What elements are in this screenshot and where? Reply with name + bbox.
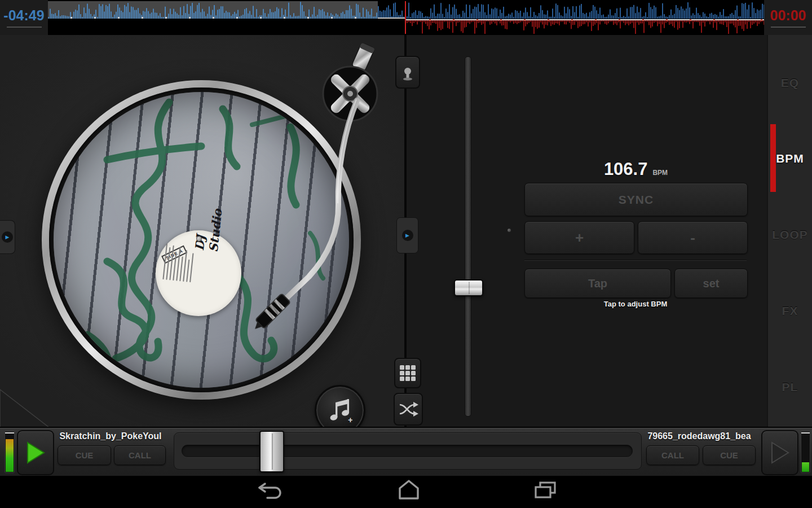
corner-fold-shape xyxy=(0,388,50,428)
back-icon xyxy=(258,482,283,500)
deck-a-time-display[interactable]: -04:49 xyxy=(0,0,48,35)
deck-b-waveform[interactable] xyxy=(48,19,764,34)
deck-a-vu-meter xyxy=(5,431,15,473)
deck-a-time-value: -04:49 xyxy=(3,7,44,24)
bpm-panel: 106.7 BPM SYNC + - Tap set Tap to adjust… xyxy=(407,35,767,428)
deck-a-play-button[interactable] xyxy=(17,430,54,475)
tonearm xyxy=(0,35,405,428)
tonearm-headshell xyxy=(250,294,290,334)
sidebar-item-eq[interactable]: EQ xyxy=(768,75,812,91)
deck-b-call-button[interactable]: CALL xyxy=(646,445,699,465)
tap-button[interactable]: Tap xyxy=(524,269,671,298)
turntable-deck: SIDE A DJ Studio xyxy=(0,35,405,428)
deck-a-cue-button[interactable]: CUE xyxy=(58,445,111,465)
pin-icon xyxy=(401,64,414,81)
sidebar-item-fx[interactable]: FX xyxy=(768,303,812,319)
deck-a-time-underline xyxy=(7,27,42,28)
bpm-value: 106.7 xyxy=(604,159,648,179)
sidebar-item-loop[interactable]: LOOP xyxy=(768,227,812,243)
play-icon xyxy=(26,441,45,464)
sampler-grid-button[interactable] xyxy=(394,358,421,388)
bpm-hint-text: Tap to adjust BPM xyxy=(524,300,747,308)
deck-b-time-underline xyxy=(771,27,806,28)
home-icon xyxy=(396,479,422,501)
deck-b-time-display[interactable]: 00:00 xyxy=(764,0,812,35)
bpm-unit: BPM xyxy=(652,169,668,177)
panel-screw xyxy=(508,229,511,232)
nav-recents-button[interactable] xyxy=(532,480,558,502)
deck-a-waveform[interactable] xyxy=(48,1,764,19)
nav-home-button[interactable] xyxy=(396,479,422,501)
pitch-slider-handle[interactable] xyxy=(454,279,483,296)
deck-b-track-title: 79665_rodedawg81_bea xyxy=(639,430,759,443)
sync-button[interactable]: SYNC xyxy=(524,183,748,216)
bpm-readout: 106.7 BPM xyxy=(524,159,747,179)
deck-a-track-title: Skratchin_by_PokeYoul xyxy=(52,430,169,443)
crossfader-curve-button[interactable] xyxy=(394,393,423,426)
waveform-topbar: -04:49 00:00 xyxy=(0,0,812,35)
bpm-minus-button[interactable]: - xyxy=(638,221,748,254)
waveform-strip xyxy=(48,0,764,35)
deck-b-play-button[interactable] xyxy=(761,430,798,475)
deck-a-call-button[interactable]: CALL xyxy=(114,445,166,465)
nav-back-button[interactable] xyxy=(257,480,283,502)
play-icon xyxy=(770,441,789,464)
sidebar-item-bpm[interactable]: BPM xyxy=(768,151,812,167)
pitch-slider-track[interactable] xyxy=(465,56,471,417)
recents-icon xyxy=(532,481,558,501)
center-pager-tab[interactable]: ▶ xyxy=(396,217,418,253)
crossfader-handle[interactable] xyxy=(259,431,284,472)
deck-b-vu-meter xyxy=(801,431,810,473)
deck-b-cue-button[interactable]: CUE xyxy=(703,445,756,465)
playhead-line xyxy=(405,1,406,34)
svg-text:+: + xyxy=(348,415,352,424)
crossfader-groove xyxy=(182,445,633,457)
bpm-plus-button[interactable]: + xyxy=(524,221,634,254)
deck-b-time-value: 00:00 xyxy=(770,7,806,24)
cue-marker-button[interactable] xyxy=(395,56,420,89)
settings-corner[interactable] xyxy=(0,388,50,428)
dj-studio-app: -04:49 00:00 xyxy=(0,0,812,508)
music-note-plus-icon: + xyxy=(328,397,352,424)
chevron-right-icon: ▶ xyxy=(2,231,13,243)
chevron-right-icon: ▶ xyxy=(402,230,413,241)
bpm-divider-line xyxy=(524,260,747,261)
shuffle-arrows-icon xyxy=(398,400,419,418)
left-pager-tab[interactable]: ▶ xyxy=(0,220,15,254)
grid-icon xyxy=(399,365,416,382)
sidebar-item-pl[interactable]: PL xyxy=(768,379,812,395)
set-button[interactable]: set xyxy=(674,269,748,298)
